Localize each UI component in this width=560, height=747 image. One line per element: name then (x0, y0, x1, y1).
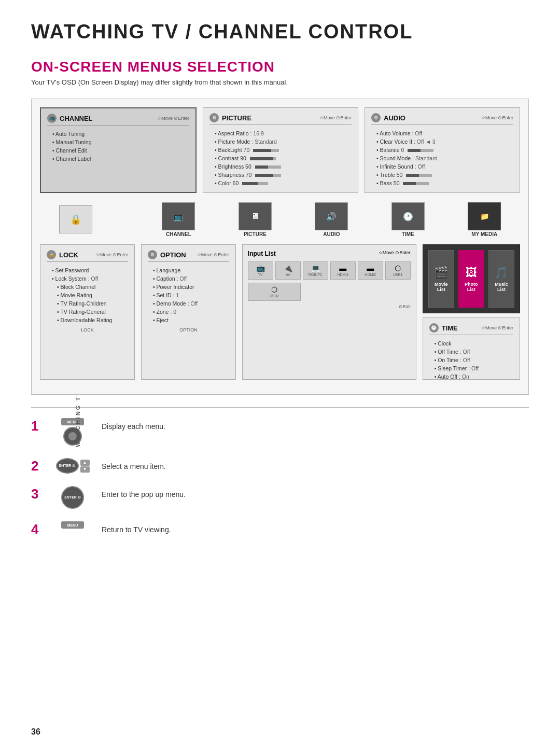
step-1-number: 1 (31, 419, 44, 433)
audio-title: AUDIO (384, 114, 478, 122)
picture-mode: • Picture Mode : Standard (209, 137, 352, 146)
picture-panel-header: 🖥 PICTURE ☆Move ⊙Enter (209, 113, 352, 125)
input-list-nav: ☆Move ⊙Enter (379, 250, 411, 257)
channel-icon: 📺 (47, 114, 57, 123)
lock-password: • Set Password (47, 266, 128, 274)
step-4-text: Return to TV viewing. (102, 521, 171, 534)
lock-panel-icon: 🔒 (47, 250, 56, 259)
input-usb2: ⬡ USB2 (248, 283, 301, 301)
channel-title: CHANNEL (60, 115, 154, 122)
audio-panel-header: ⚙ AUDIO ☆Move ⊙Enter (371, 113, 513, 125)
audio-treble: • Treble 50 (371, 171, 513, 179)
movie-icon: 🎬 (434, 266, 448, 280)
option-panel-header: ⚙ OPTION ☆Move ⊙Enter (148, 250, 229, 262)
audio-infinite: • Infinite Sound : Off (371, 162, 513, 171)
enter-button-2[interactable]: ENTER ⊙ (56, 458, 79, 474)
mymedia-music: 🎵 Music List (488, 250, 514, 308)
picture-brightness: • Brightness 50 (209, 162, 352, 171)
audio-bottom-label: AUDIO (323, 231, 340, 237)
step-2-number: 2 (31, 459, 44, 473)
page-number: 36 (31, 727, 40, 737)
audio-clear: • Clear Voice II : Off ◄ 3 (371, 137, 513, 146)
mymedia-bottom-icon: 📁 (468, 202, 501, 230)
osd-row-1: 📺 CHANNEL ☆Move ⊙Enter • Auto Tuning • M… (40, 107, 520, 193)
mymedia-bottom-icon-block: 📁 MY MEDIA (449, 202, 520, 237)
nav-arrows-2: ▲ ▼ (80, 460, 90, 473)
lock-tv-general: • TV Rating-General (47, 308, 128, 316)
time-bottom-icon: 🕐 (391, 202, 425, 230)
time-bottom-label: TIME (402, 231, 414, 237)
audio-mode: • Sound Mode : Standard (371, 154, 513, 162)
step-1-icon-area: MENU (52, 418, 93, 446)
option-icon: ⚙ (148, 250, 157, 259)
option-eject: • Eject (148, 316, 229, 324)
picture-bottom-label: PICTURE (244, 231, 267, 237)
input-av: 🔌 AV (275, 261, 301, 280)
option-setid: • Set ID : 1 (148, 291, 229, 299)
input-grid: 📺 TV 🔌 AV 💻 RGB-PC ▬ (248, 261, 411, 280)
osd-diagram: 📺 CHANNEL ☆Move ⊙Enter • Auto Tuning • M… (31, 99, 529, 395)
mymedia-section: 🎬 Movie List 🖼 Photo List 🎵 Music List (423, 244, 520, 380)
instruction-3: 3 ENTER ⊙ Enter to the pop up menu. (31, 486, 529, 509)
audio-bottom-icon: 🔊 (315, 202, 348, 230)
input-usb1: ⬡ USB1 (385, 261, 411, 280)
picture-title: PICTURE (222, 114, 316, 122)
lock-downloadable: • Downloadable Rating (47, 316, 128, 324)
audio-balance: • Balance 0 (371, 146, 513, 154)
input-list-header: Input List ☆Move ⊙Enter (248, 250, 411, 257)
step-2-text: Select a menu item. (102, 458, 166, 471)
step-4-icon-area: MENU (52, 521, 93, 529)
option-bottom-label: OPTION (148, 327, 229, 333)
section-title: ON-SCREEN MENUS SELECTION (31, 59, 529, 75)
music-icon: 🎵 (494, 266, 508, 280)
channel-item-label: • Channel Label (47, 155, 189, 163)
input-hdmi1: ▬ HDMI1 (330, 261, 356, 280)
lock-tv-children: • TV Rating-Children (47, 299, 128, 308)
channel-bottom-icon: 📺 (162, 202, 195, 230)
time-clock: • Clock (429, 339, 513, 348)
main-title: WATCHING TV / CHANNEL CONTROL (31, 21, 529, 43)
option-nav: ☆Move ⊙Enter (197, 252, 229, 257)
enter-button-3[interactable]: ENTER ⊙ (61, 486, 84, 509)
channel-bottom-icon-block: 📺 CHANNEL (143, 202, 214, 237)
instruction-4: 4 MENU Return to TV viewing. (31, 521, 529, 536)
option-power: • Power Indicator (148, 283, 229, 291)
channel-panel: 📺 CHANNEL ☆Move ⊙Enter • Auto Tuning • M… (40, 107, 197, 193)
input-rgb: 💻 RGB-PC (303, 261, 328, 280)
audio-volume: • Auto Volume : Off (371, 129, 513, 137)
lock-panel: 🔒 LOCK ☆Move ⊙Enter • Set Password • Loc… (40, 244, 135, 380)
input-exit: ⊙Exit (248, 304, 411, 309)
time-autooff: • Auto Off : On (429, 372, 513, 381)
time-panel-header: 🕐 TIME ☆Move ⊙Enter (429, 323, 513, 335)
menu-button-4[interactable]: MENU (61, 521, 84, 529)
mymedia-movie: 🎬 Movie List (428, 250, 454, 308)
lock-nav: ☆Move ⊙Enter (96, 252, 128, 257)
movie-label: Movie List (431, 282, 452, 292)
photo-icon: 🖼 (466, 266, 477, 280)
option-language: • Language (148, 266, 229, 274)
lock-bottom-label: LOCK (47, 327, 128, 333)
picture-contrast: • Contrast 90 (209, 154, 352, 162)
page-container: WATCHING TV / CHANNEL CONTROL WATCHING T… (0, 0, 560, 569)
option-caption: • Caption : Off (148, 274, 229, 283)
lock-block: • Block Channel (47, 283, 128, 291)
input-grid-2: ⬡ USB2 (248, 283, 411, 301)
step-3-text: Enter to the pop up menu. (102, 486, 186, 499)
audio-nav: ☆Move ⊙Enter (481, 115, 513, 120)
channel-item-manual: • Manual Tuning (47, 138, 189, 146)
channel-item-auto: • Auto Tuning (47, 130, 189, 138)
photo-label: Photo List (461, 282, 482, 292)
picture-backlight: • BackLight 70 (209, 146, 352, 154)
time-title: TIME (442, 324, 478, 332)
input-list-title: Input List (248, 250, 276, 257)
audio-bottom-icon-block: 🔊 AUDIO (296, 202, 367, 237)
mymedia-photo: 🖼 Photo List (458, 250, 484, 308)
picture-sharpness: • Sharpness 70 (209, 171, 352, 179)
step-3-icon-area: ENTER ⊙ (52, 486, 93, 509)
step-4-number: 4 (31, 522, 44, 536)
picture-nav: ☆Move ⊙Enter (319, 115, 352, 120)
picture-color: • Color 60 (209, 179, 352, 187)
time-sleep: • Sleep Timer : Off (429, 364, 513, 372)
input-tv: 📺 TV (248, 261, 273, 280)
osd-row-2: 🔒 LOCK ☆Move ⊙Enter • Set Password • Loc… (40, 244, 520, 380)
